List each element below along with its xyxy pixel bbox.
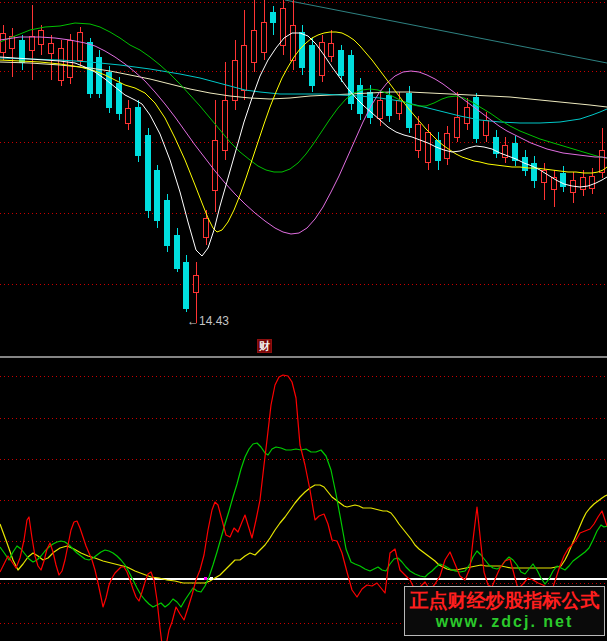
dot-white [210, 577, 213, 580]
stock-chart-canvas[interactable] [0, 0, 607, 641]
signal-badge: 财 [257, 339, 272, 353]
price-low-value: 14.43 [199, 315, 229, 328]
stock-chart-screen: ← 14.43 财 正点财经炒股指标公式 www. zdcj. net [0, 0, 607, 641]
candles-group [1, 0, 605, 323]
dot-magenta [204, 577, 207, 580]
indicator-yellow [0, 485, 607, 583]
watermark-box: 正点财经炒股指标公式 www. zdcj. net [404, 586, 605, 636]
watermark-title: 正点财经炒股指标公式 [405, 589, 604, 612]
price-low-annotation: ← 14.43 [187, 315, 229, 328]
arrow-left-icon: ← [187, 315, 198, 328]
watermark-url: www. zdcj. net [405, 612, 604, 631]
